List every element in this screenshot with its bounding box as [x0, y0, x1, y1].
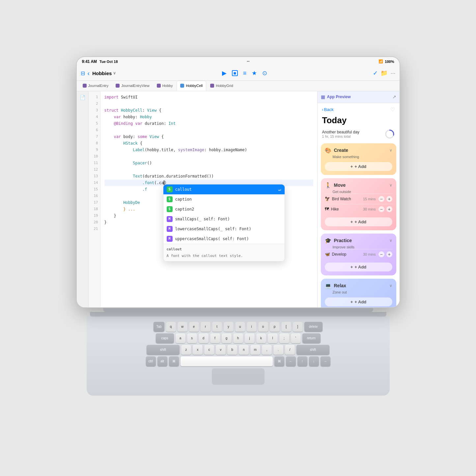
kb-key-slash[interactable]: / [285, 345, 295, 355]
kb-key-d[interactable]: d [199, 333, 209, 343]
kb-key-comma[interactable]: , [262, 345, 272, 355]
card-add-btn-practice[interactable]: + + Add [325, 263, 392, 271]
kb-key-alt[interactable]: alt [157, 356, 167, 366]
kb-key-cmd-l[interactable]: ⌘ [169, 356, 179, 366]
sidebar-toggle-icon[interactable]: ⊟ [81, 70, 85, 76]
activity-plus-birdwatch[interactable]: + [386, 196, 392, 202]
card-chevron-move[interactable]: ∨ [389, 183, 392, 187]
activity-plus-develop[interactable]: + [386, 251, 392, 257]
ac-name-caption: caption [175, 196, 281, 203]
kb-key-lbracket[interactable]: [ [281, 322, 291, 332]
sidebar-doc-icon[interactable]: 📄 [79, 94, 86, 101]
kb-key-rbracket[interactable]: ] [293, 322, 303, 332]
ac-item-callout[interactable]: S callout ↵ [163, 184, 285, 194]
kb-key-x[interactable]: x [193, 345, 203, 355]
kb-key-r[interactable]: r [201, 322, 210, 332]
kb-key-t[interactable]: t [212, 322, 222, 332]
kb-key-shift-r[interactable]: shift [296, 345, 329, 355]
kb-key-space[interactable] [181, 356, 273, 366]
kb-key-k[interactable]: k [256, 333, 266, 343]
tab-journal-entry[interactable]: JournalEntry [79, 81, 112, 91]
card-add-label-create: + Add [354, 164, 366, 169]
play-button[interactable]: ▶ [222, 70, 227, 77]
tab-hobby[interactable]: Hobby [154, 81, 176, 91]
kb-key-a[interactable]: a [176, 333, 185, 343]
kb-key-return[interactable]: return [302, 333, 321, 343]
kb-key-q[interactable]: q [166, 322, 176, 332]
tab-hobby-grid[interactable]: HobbyGrid [207, 81, 237, 91]
kb-key-u[interactable]: u [235, 322, 245, 332]
kb-key-shift-l[interactable]: shift [147, 345, 180, 355]
preview-expand-icon[interactable]: ↗ [392, 94, 396, 99]
kb-key-right[interactable]: → [321, 356, 330, 366]
code-editor[interactable]: 12345 678910 1112131415 1617181920 21 im… [89, 91, 317, 307]
tab-hobby-cell[interactable]: HobbyCell [177, 81, 206, 91]
kb-key-o[interactable]: o [258, 322, 268, 332]
kb-key-n[interactable]: n [239, 345, 249, 355]
kb-key-s[interactable]: s [187, 333, 197, 343]
star-icon[interactable]: ★ [252, 70, 257, 77]
code-lines[interactable]: import SwiftUI struct HobbyCell: View { … [100, 91, 317, 307]
card-add-btn-relax[interactable]: + + Add [325, 297, 392, 306]
ac-item-caption2[interactable]: S caption2 [163, 204, 285, 214]
nav-title-label: Hobbies [92, 70, 112, 76]
folder-icon[interactable]: 📁 [380, 70, 388, 77]
activity-minus-hike[interactable]: − [378, 206, 384, 212]
card-add-btn-move[interactable]: + + Add [325, 217, 392, 226]
ac-return-icon: ↵ [278, 186, 281, 193]
kb-key-w[interactable]: w [178, 322, 187, 332]
kb-key-c[interactable]: c [204, 345, 214, 355]
kb-key-caps[interactable]: caps [156, 333, 174, 343]
app-back-button[interactable]: ‹ Back [322, 107, 334, 112]
kb-key-down[interactable]: ↓ [309, 356, 319, 366]
kb-key-e[interactable]: e [189, 322, 199, 332]
card-add-btn-create[interactable]: + + Add [325, 162, 392, 171]
kb-key-f[interactable]: f [210, 333, 220, 343]
kb-key-j[interactable]: j [245, 333, 255, 343]
main-content: 📄 12345 678910 1112131415 1617181920 21 [77, 91, 400, 307]
kb-key-z[interactable]: z [181, 345, 191, 355]
kb-key-ctrl[interactable]: ctrl [146, 356, 156, 366]
kb-key-p[interactable]: p [270, 322, 280, 332]
tab-journal-entry-view[interactable]: JournalEntryView [112, 81, 153, 91]
kb-key-tab[interactable]: Tab [154, 322, 164, 332]
kb-key-i[interactable]: i [247, 322, 257, 332]
kb-key-g[interactable]: g [222, 333, 232, 343]
kb-key-cmd-r[interactable]: ⌘ [274, 356, 284, 366]
app-heart-icon[interactable]: ♡ [390, 106, 395, 113]
kb-key-quote[interactable]: ' [291, 333, 301, 343]
kb-key-left[interactable]: ← [286, 356, 296, 366]
ac-item-uppercase-smallcaps[interactable]: M uppercaseSmallCaps( self: Font) [163, 234, 285, 244]
more-icon[interactable]: ··· [390, 70, 395, 77]
stop-button[interactable]: ■ [232, 70, 238, 76]
check-icon[interactable]: ✓ [373, 70, 378, 77]
kb-key-delete[interactable]: delete [304, 322, 322, 332]
kb-key-period[interactable]: . [273, 345, 283, 355]
card-chevron-practice[interactable]: ∨ [389, 238, 392, 243]
card-chevron-create[interactable]: ∨ [389, 148, 392, 153]
ac-item-lowercase-smallcaps[interactable]: M lowercaseSmallCaps(_ self: Font) [163, 224, 285, 234]
activity-icon-develop: 🦋 [325, 252, 330, 257]
gamepad-icon[interactable]: ⊙ [262, 70, 267, 77]
kb-key-up[interactable]: ↑ [297, 356, 307, 366]
code-line-7: var body: some View { [104, 133, 313, 140]
settings-icon[interactable]: ≡ [243, 70, 247, 77]
activity-plus-hike[interactable]: + [386, 206, 392, 212]
code-line-9: Label(hobby.title, systemImage: hobby.im… [104, 147, 313, 153]
activity-minus-develop[interactable]: − [378, 251, 384, 257]
back-button[interactable]: ‹ [88, 70, 90, 77]
kb-key-b[interactable]: b [227, 345, 237, 355]
kb-key-semi[interactable]: ; [279, 333, 289, 343]
kb-key-m[interactable]: m [250, 345, 260, 355]
ac-item-smallcaps[interactable]: M smallCaps(_ self: Font) [163, 214, 285, 224]
activity-minus-birdwatch[interactable]: − [378, 196, 384, 202]
card-chevron-relax[interactable]: ∨ [389, 283, 392, 288]
kb-key-v[interactable]: v [216, 345, 226, 355]
kb-key-l[interactable]: l [268, 333, 278, 343]
kb-key-h[interactable]: h [233, 333, 243, 343]
kb-key-y[interactable]: y [224, 322, 234, 332]
card-header-practice: 🎓 Practice ∨ [325, 238, 392, 244]
ac-item-caption[interactable]: S caption [163, 194, 285, 204]
autocomplete-popup[interactable]: S callout ↵ S caption S [163, 184, 285, 262]
trackpad[interactable] [212, 368, 265, 385]
